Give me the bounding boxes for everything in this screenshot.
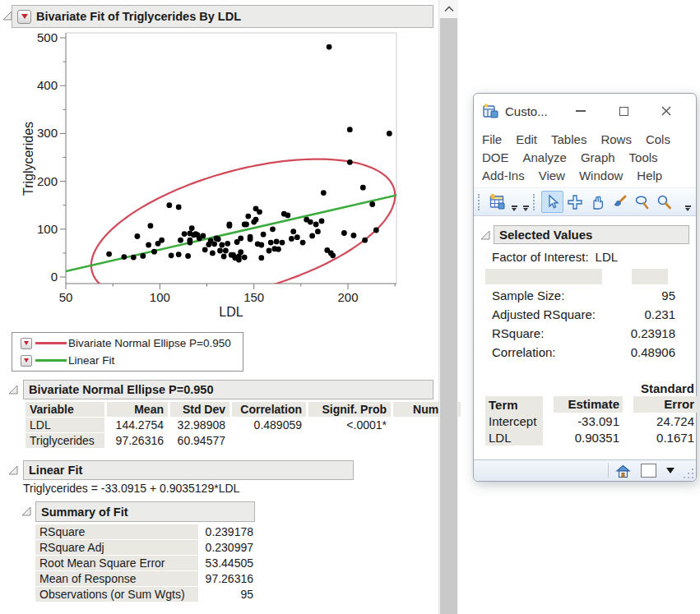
scatter-point[interactable]	[236, 257, 242, 263]
dropdown-icon[interactable]	[666, 468, 675, 473]
scatter-point[interactable]	[347, 127, 353, 132]
scatter-point[interactable]	[270, 226, 276, 232]
scatter-point[interactable]	[258, 242, 264, 248]
scatter-point[interactable]	[267, 248, 272, 254]
scatter-point[interactable]	[216, 237, 221, 242]
scatter-point[interactable]	[274, 239, 280, 245]
scatter-point[interactable]	[106, 252, 112, 257]
menu-doe[interactable]: DOE	[482, 150, 509, 164]
scatter-point[interactable]	[176, 252, 182, 257]
disclosure-triangle-ellipse[interactable]	[8, 385, 18, 395]
scatter-point[interactable]	[257, 209, 262, 215]
scatter-point[interactable]	[217, 248, 223, 254]
scatter-point[interactable]	[243, 222, 249, 228]
scatter-point[interactable]	[313, 222, 319, 228]
scatter-point[interactable]	[341, 230, 347, 236]
scatter-point[interactable]	[245, 214, 251, 219]
toolbar-grip[interactable]	[533, 194, 538, 210]
scatter-point[interactable]	[131, 255, 137, 261]
scatter-point[interactable]	[178, 238, 183, 243]
scatter-point[interactable]	[223, 248, 229, 254]
scatter-point[interactable]	[309, 233, 315, 239]
scatter-point[interactable]	[362, 238, 368, 243]
scatter-point[interactable]	[321, 190, 327, 196]
scatter-point[interactable]	[294, 234, 300, 240]
scatter-point[interactable]	[219, 242, 225, 248]
menu-rows[interactable]: Rows	[600, 132, 632, 146]
menu-view[interactable]: View	[539, 169, 565, 182]
disclosure-triangle-linearfit[interactable]	[8, 465, 18, 475]
menu-tables[interactable]: Tables	[551, 132, 586, 146]
scatter-point[interactable]	[201, 233, 206, 239]
toolbar-options-dropdown[interactable]	[509, 193, 519, 211]
scatter-point[interactable]	[285, 213, 290, 219]
scatter-point[interactable]	[238, 236, 243, 242]
scatter-point[interactable]	[185, 253, 191, 259]
scatter-point[interactable]	[169, 252, 174, 258]
red-triangle-menu-button[interactable]	[21, 338, 32, 349]
red-triangle-menu-button[interactable]	[17, 10, 31, 24]
scatter-point[interactable]	[122, 254, 127, 260]
scatter-point[interactable]	[369, 201, 375, 207]
scatter-point[interactable]	[289, 236, 294, 242]
scatter-point[interactable]	[308, 219, 313, 225]
scatter-point[interactable]	[360, 185, 366, 191]
scatter-point[interactable]	[387, 131, 392, 136]
color-swatch-icon[interactable]	[641, 464, 656, 478]
toolbar-options-dropdown[interactable]	[683, 193, 693, 211]
scatter-point[interactable]	[146, 242, 151, 248]
magnifier-tool-icon[interactable]	[652, 191, 675, 213]
red-triangle-menu-button[interactable]	[21, 355, 32, 367]
hand-tool-icon[interactable]	[586, 191, 608, 213]
scatter-point[interactable]	[151, 249, 157, 255]
home-icon[interactable]	[615, 464, 631, 478]
scatter-point[interactable]	[221, 254, 227, 260]
toolbar-options-dropdown[interactable]	[521, 193, 531, 211]
scatter-point[interactable]	[159, 238, 165, 243]
scatter-point[interactable]	[258, 255, 264, 261]
scatter-point[interactable]	[327, 44, 332, 50]
menu-file[interactable]: File	[482, 132, 502, 146]
scrollbar-thumb[interactable]	[440, 18, 457, 614]
resize-grip[interactable]	[684, 469, 693, 478]
scatter-point[interactable]	[253, 217, 259, 223]
scatter-point[interactable]	[182, 231, 188, 237]
scatter-point[interactable]	[373, 228, 379, 233]
scatter-point[interactable]	[189, 225, 195, 231]
scatter-point[interactable]	[268, 240, 274, 246]
vertical-scrollbar[interactable]	[438, 0, 458, 614]
scatter-plot[interactable]: 010020030040050050100150200Triglycerides…	[0, 0, 438, 330]
scatter-point[interactable]	[135, 233, 141, 239]
new-data-table-icon[interactable]	[486, 191, 508, 213]
scatter-point[interactable]	[330, 252, 336, 258]
toolbar-grip[interactable]	[478, 194, 483, 210]
scatter-point[interactable]	[210, 251, 216, 256]
scatter-point[interactable]	[148, 223, 154, 229]
maximize-button[interactable]	[602, 99, 645, 123]
arrow-tool-icon[interactable]	[541, 191, 563, 213]
menu-help[interactable]: Help	[637, 169, 662, 182]
scatter-point[interactable]	[276, 247, 281, 252]
menu-window[interactable]: Window	[579, 169, 623, 182]
scroll-up-button[interactable]	[439, 0, 458, 18]
scatter-point[interactable]	[347, 159, 353, 165]
close-button[interactable]	[645, 99, 688, 123]
move-tool-icon[interactable]	[563, 191, 586, 213]
scatter-point[interactable]	[280, 240, 285, 246]
menu-analyze[interactable]: Analyze	[523, 150, 567, 164]
scatter-point[interactable]	[202, 247, 208, 252]
scatter-point[interactable]	[351, 233, 357, 238]
scatter-point[interactable]	[227, 222, 233, 228]
scatter-point[interactable]	[188, 240, 193, 246]
scatter-point[interactable]	[290, 229, 296, 234]
scatter-point[interactable]	[248, 237, 253, 242]
scatter-point[interactable]	[140, 253, 146, 259]
menu-graph[interactable]: Graph	[581, 150, 615, 164]
scatter-point[interactable]	[238, 249, 243, 255]
scatter-point[interactable]	[242, 255, 248, 261]
scatter-point[interactable]	[315, 229, 321, 234]
factor-value-box[interactable]	[485, 269, 602, 284]
minimize-button[interactable]	[559, 99, 602, 123]
disclosure-triangle-selected-values[interactable]	[480, 230, 490, 240]
scatter-point[interactable]	[225, 241, 230, 247]
